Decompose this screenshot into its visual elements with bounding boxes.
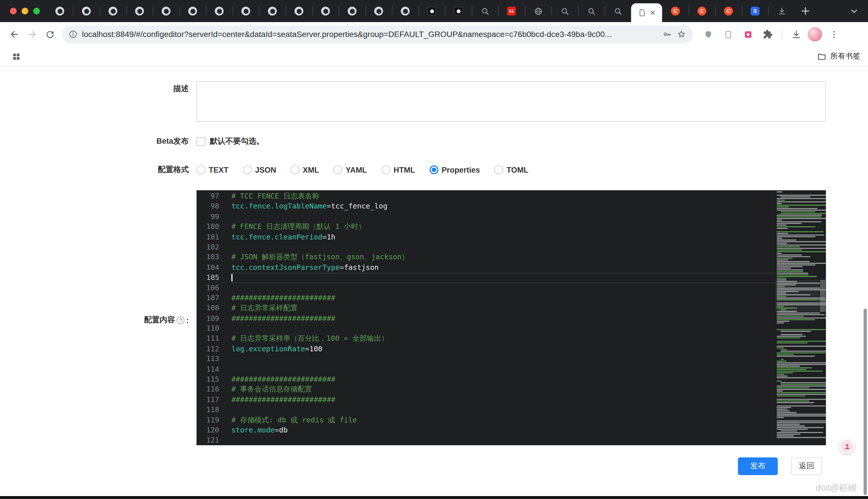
github-favicon xyxy=(295,7,304,15)
tab-search[interactable] xyxy=(578,0,605,22)
format-option-yaml[interactable]: YAML xyxy=(334,166,367,174)
back-button[interactable] xyxy=(5,25,23,43)
tab-github[interactable] xyxy=(47,0,73,22)
tab-github[interactable] xyxy=(233,0,259,22)
forward-button[interactable] xyxy=(23,25,41,43)
address-bar[interactable]: localhost:8849/#/configeditor?serverId=c… xyxy=(62,25,693,43)
tab-github[interactable] xyxy=(73,0,100,22)
format-option-text[interactable]: TEXT xyxy=(197,166,228,174)
format-option-properties[interactable]: Properties xyxy=(429,166,480,174)
help-icon[interactable]: ? xyxy=(177,316,185,324)
code-line[interactable] xyxy=(231,405,775,415)
format-option-html[interactable]: HTML xyxy=(381,166,415,174)
profile-avatar[interactable] xyxy=(808,27,822,41)
minimap-line xyxy=(777,397,819,398)
code-line[interactable]: tcc.fence.cleanPeriod=1h xyxy=(231,232,775,242)
code-line[interactable]: # 存储模式: db 或 redis 或 file xyxy=(231,415,775,425)
format-option-json[interactable]: JSON xyxy=(243,166,276,174)
back-to-list-button[interactable]: 返回 xyxy=(791,458,822,475)
all-bookmarks-label: 所有书签 xyxy=(830,51,860,61)
tab-cto[interactable]: 51 xyxy=(498,0,525,22)
shield-extension-icon[interactable] xyxy=(700,26,716,43)
code-line[interactable] xyxy=(231,242,775,252)
minimap-line xyxy=(777,226,816,228)
site-info-icon[interactable] xyxy=(69,30,78,39)
tab-github[interactable] xyxy=(259,0,286,22)
format-option-toml[interactable]: TOML xyxy=(494,166,528,174)
page-scrollbar[interactable] xyxy=(864,308,867,495)
minimize-window-button[interactable] xyxy=(22,8,28,14)
code-line[interactable] xyxy=(231,436,775,446)
tab-github[interactable] xyxy=(206,0,233,22)
extensions-puzzle-icon[interactable] xyxy=(760,26,776,43)
tab-github[interactable] xyxy=(365,0,392,22)
tab-search[interactable] xyxy=(605,0,631,22)
beta-checkbox[interactable] xyxy=(197,137,205,146)
editor-scrollbar-thumb[interactable] xyxy=(820,280,825,312)
tab-search[interactable] xyxy=(472,0,498,22)
code-editor[interactable]: 9798991001011021031041051061071081091101… xyxy=(197,190,826,445)
tab-close-icon[interactable] xyxy=(649,10,656,16)
tab-overflow-button[interactable] xyxy=(847,4,861,18)
reload-button[interactable] xyxy=(41,25,59,43)
config-editor-page: 描述 Beta发布 默认不要勾选。 配置格式 TEXTJSONXMLYAMLHT… xyxy=(0,67,868,496)
publish-button[interactable]: 发布 xyxy=(738,458,778,475)
tab-github[interactable] xyxy=(392,0,418,22)
code-line[interactable] xyxy=(231,212,775,222)
downloads-button[interactable] xyxy=(788,26,804,43)
all-bookmarks[interactable]: 所有书签 xyxy=(817,51,860,61)
bookmark-star-icon[interactable] xyxy=(677,29,687,39)
tab-download[interactable] xyxy=(769,0,795,22)
tab-github[interactable] xyxy=(126,0,153,22)
tab-github[interactable] xyxy=(339,0,365,22)
code-line[interactable]: ######################## xyxy=(231,314,775,324)
tab-active[interactable] xyxy=(631,3,662,22)
code-line[interactable] xyxy=(231,283,775,293)
tab-github[interactable] xyxy=(99,0,126,22)
code-line[interactable]: ######################## xyxy=(231,395,775,405)
tab-site-s[interactable]: S xyxy=(742,0,769,22)
code-line[interactable] xyxy=(231,364,775,374)
minimap[interactable] xyxy=(775,190,819,445)
code-line[interactable]: ######################## xyxy=(231,293,775,303)
code-line[interactable]: store.mode=db xyxy=(231,425,775,435)
tab-github[interactable] xyxy=(312,0,339,22)
code-line[interactable]: # 日志异常采样率（百分比，100 = 全部输出） xyxy=(231,334,775,344)
browser-menu-button[interactable] xyxy=(825,26,842,43)
apps-grid-button[interactable] xyxy=(8,48,24,65)
code-line[interactable]: log.exceptionRate=100 xyxy=(231,344,775,354)
code-line[interactable]: # TCC FENCE 日志表名称 xyxy=(231,191,775,201)
description-textarea[interactable] xyxy=(197,81,826,122)
code-line[interactable]: # 日志异常采样配置 xyxy=(231,303,775,313)
code-line[interactable]: tcc.fence.logTableName=tcc_fence_log xyxy=(231,202,775,212)
code-line[interactable] xyxy=(231,354,775,364)
floating-assistant-widget[interactable] xyxy=(839,438,855,454)
format-option-xml[interactable]: XML xyxy=(290,166,319,174)
code-line[interactable] xyxy=(231,273,775,283)
password-key-icon[interactable] xyxy=(662,29,672,39)
tab-csdn[interactable]: C xyxy=(662,0,689,22)
tab-csdn[interactable]: C xyxy=(689,0,715,22)
pink-extension-icon[interactable] xyxy=(740,26,756,43)
code-content[interactable]: # TCC FENCE 日志表名称tcc.fence.logTableName=… xyxy=(227,190,775,445)
tab-github[interactable] xyxy=(179,0,206,22)
zoom-window-button[interactable] xyxy=(33,8,40,14)
tab-csdn[interactable]: C xyxy=(715,0,742,22)
tab-globe[interactable] xyxy=(525,0,551,22)
code-line[interactable]: ######################## xyxy=(231,375,775,385)
tab-video[interactable] xyxy=(418,0,445,22)
code-line[interactable]: # FENCE 日志清理周期（默认 1 小时） xyxy=(231,222,775,232)
tab-github[interactable] xyxy=(286,0,312,22)
code-line[interactable] xyxy=(231,324,775,333)
url-text[interactable]: localhost:8849/#/configeditor?serverId=c… xyxy=(82,30,658,39)
new-tab-button[interactable] xyxy=(797,3,814,20)
tab-search[interactable] xyxy=(551,0,578,22)
editor-scrollbar[interactable] xyxy=(819,190,826,445)
tab-video[interactable] xyxy=(445,0,472,22)
code-line[interactable]: # JSON 解析器类型（fastjson、gson、jackson） xyxy=(231,252,775,263)
tab-github[interactable] xyxy=(153,0,179,22)
code-line[interactable]: # 事务会话信息存储配置 xyxy=(231,385,775,394)
close-window-button[interactable] xyxy=(10,8,17,14)
panel-extension-icon[interactable] xyxy=(720,26,736,43)
code-line[interactable]: tcc.contextJsonParserType=fastjson xyxy=(231,263,775,273)
